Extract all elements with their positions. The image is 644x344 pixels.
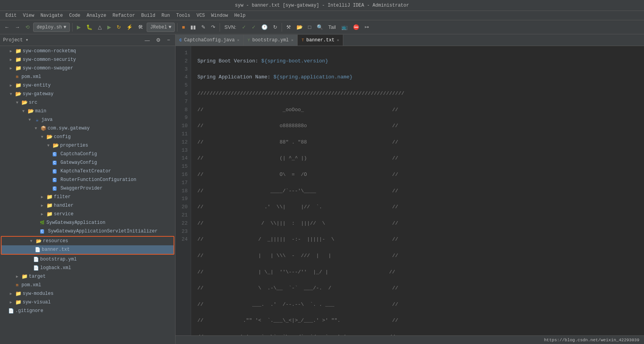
tab-bootstrap-yml[interactable]: Y bootstrap.yml ✕ bbox=[244, 35, 298, 46]
java-folder-icon: ☕ bbox=[34, 117, 40, 123]
tree-item-resources[interactable]: ▼ 📂 resources bbox=[2, 237, 174, 245]
tab-close-bootstrap[interactable]: ✕ bbox=[291, 38, 293, 43]
arrow-icon: ▶ bbox=[8, 299, 14, 305]
tree-item-com-syw-gateway[interactable]: ▼ 📦 com.syw.gateway bbox=[0, 124, 175, 133]
code-editor[interactable]: 1 2 3 4 5 6 7 8 9 10 11 12 13 14 15 16 1… bbox=[176, 46, 644, 335]
arrow-icon: ▶ bbox=[39, 194, 45, 200]
menu-tools[interactable]: Tools bbox=[174, 12, 193, 19]
tree-item-target[interactable]: ▶ 📁 target bbox=[0, 272, 175, 281]
minimize-button[interactable]: − bbox=[165, 36, 172, 44]
tail-button[interactable]: Tail bbox=[326, 23, 338, 31]
monitor-button[interactable]: 📺 bbox=[339, 23, 349, 31]
reload-button[interactable]: ↻ bbox=[115, 23, 123, 31]
line-num-2: 2 bbox=[179, 57, 188, 66]
history-button[interactable]: 🕐 bbox=[259, 23, 270, 31]
menu-run[interactable]: Run bbox=[159, 12, 172, 19]
tree-item-swagger-provider[interactable]: C SwaggerProvider bbox=[0, 184, 175, 193]
tree-item-gitignore[interactable]: 📄 .gitignore bbox=[0, 307, 175, 315]
menu-build[interactable]: Build bbox=[139, 12, 158, 19]
tree-item-banner-txt[interactable]: 📄 banner.txt bbox=[2, 245, 174, 254]
folder-icon: 📁 bbox=[46, 194, 53, 200]
menu-window[interactable]: Window bbox=[209, 12, 230, 19]
tree-item-gateway-config[interactable]: C GatewayConfig bbox=[0, 158, 175, 167]
arrow-icon: ▶ bbox=[8, 57, 14, 63]
tree-item-captcha-config[interactable]: C CaptchaConfig bbox=[0, 150, 175, 158]
tab-label: CaptchaConfig.java bbox=[184, 37, 235, 43]
translate-button[interactable]: ↦ bbox=[363, 23, 371, 31]
tree-item-main[interactable]: ▼ 📂 main bbox=[0, 107, 175, 115]
menu-vcs[interactable]: VCS bbox=[194, 12, 208, 19]
tree-item-syw-modules[interactable]: ▶ 📁 syw-modules bbox=[0, 289, 175, 298]
tree-item-syw-common-security[interactable]: ▶ 📁 syw-common-security bbox=[0, 55, 175, 64]
tree-label: SywGatewayApplicationServletInitializer bbox=[48, 229, 158, 234]
tree-item-syw-entity[interactable]: ▶ 📁 syw-entity bbox=[0, 81, 175, 90]
wrench-button[interactable]: ⚒ bbox=[284, 23, 293, 31]
line-numbers: 1 2 3 4 5 6 7 8 9 10 11 12 13 14 15 16 1… bbox=[176, 46, 191, 335]
tree-item-bootstrap-yml[interactable]: 📄 bootstrap.yml bbox=[0, 255, 175, 264]
tree-label: handler bbox=[54, 203, 73, 208]
jrebel-dropdown[interactable]: JRebel ▼ bbox=[147, 23, 175, 32]
tab-close-captcha[interactable]: ✕ bbox=[237, 38, 240, 43]
run2-button[interactable]: ▶ bbox=[105, 23, 113, 31]
svn-check[interactable]: ✓ bbox=[240, 23, 248, 31]
edit-run-button[interactable]: ✎ bbox=[199, 23, 208, 31]
code-line-12: // / _||||| -:- |||||- \ // bbox=[197, 236, 638, 244]
menu-analyze[interactable]: Analyze bbox=[84, 12, 108, 19]
code-line-14: // | \_| ''\---/'' |_/ | // bbox=[197, 268, 638, 277]
tree-item-logback-xml[interactable]: 📄 logback.xml bbox=[0, 264, 175, 272]
tree-label: java bbox=[41, 117, 53, 122]
locate-button[interactable]: ⸻ bbox=[142, 36, 152, 44]
undo-button[interactable]: ⟲ bbox=[23, 23, 32, 31]
stop-button[interactable]: ■ bbox=[180, 23, 187, 31]
back-button[interactable]: ← bbox=[2, 23, 11, 31]
tree-item-pom-xml-2[interactable]: m pom.xml bbox=[0, 281, 175, 289]
menu-help[interactable]: Help bbox=[232, 12, 248, 19]
settings2-button[interactable]: 📂 bbox=[295, 23, 305, 31]
tree-item-kaptcha-text[interactable]: C KaptchaTextCreator bbox=[0, 167, 175, 176]
tree-item-service[interactable]: ▶ 📁 service bbox=[0, 210, 175, 218]
step-over-button[interactable]: ↷ bbox=[209, 23, 217, 31]
menu-edit[interactable]: Edit bbox=[3, 12, 19, 19]
revert-button[interactable]: ↻ bbox=[271, 23, 279, 31]
project-title: Project ▾ bbox=[3, 37, 28, 43]
tree-item-java[interactable]: ▼ ☕ java bbox=[0, 115, 175, 124]
tree-item-syw-common-swagger[interactable]: ▶ 📁 syw-common-swagger bbox=[0, 64, 175, 73]
tree-item-router-function[interactable]: C RouterFunctionConfiguration bbox=[0, 176, 175, 184]
disable-button[interactable]: ⛔ bbox=[351, 23, 361, 31]
menu-navigate[interactable]: Navigate bbox=[38, 12, 66, 19]
tree-item-src[interactable]: ▼ 📂 src bbox=[0, 98, 175, 107]
folder-icon: 📁 bbox=[15, 57, 21, 63]
tree-item-syw-common-rocketmq[interactable]: ▶ 📁 syw-common-rocketmq bbox=[0, 47, 175, 55]
svn-button[interactable]: SVN: bbox=[222, 23, 238, 31]
tab-close-banner[interactable]: ✕ bbox=[337, 38, 339, 43]
tree-item-handler[interactable]: ▶ 📁 handler bbox=[0, 201, 175, 210]
menu-code[interactable]: Code bbox=[67, 12, 83, 19]
java-class-icon: C bbox=[51, 151, 58, 157]
settings3-button[interactable]: □ bbox=[306, 23, 313, 31]
menu-view[interactable]: View bbox=[21, 12, 37, 19]
run-button[interactable]: ▶ bbox=[75, 23, 83, 31]
tree-item-syw-gateway[interactable]: ▼ 📂 syw-gateway bbox=[0, 90, 175, 98]
gear-button[interactable]: ⚙ bbox=[154, 36, 163, 44]
deploy-dropdown[interactable]: deploy.sh ▼ bbox=[33, 23, 70, 32]
forward-button[interactable]: → bbox=[13, 23, 22, 31]
hotswap-button[interactable]: ⚡ bbox=[124, 23, 135, 31]
tab-banner-txt[interactable]: T banner.txt ✕ bbox=[298, 35, 343, 46]
menu-refactor[interactable]: Refactor bbox=[110, 12, 137, 19]
line-num-4: 4 bbox=[179, 73, 188, 82]
build-button[interactable]: 🛠 bbox=[136, 23, 145, 31]
tree-item-syw-gateway-servlet[interactable]: C SywGatewayApplicationServletInitialize… bbox=[0, 227, 175, 236]
debug-button[interactable]: 🐛 bbox=[84, 23, 94, 31]
tree-item-properties[interactable]: ▼ 📂 properties bbox=[0, 141, 175, 150]
code-content[interactable]: Spring Boot Version: ${spring-boot.versi… bbox=[191, 46, 644, 335]
tree-item-filter[interactable]: ▶ 📁 filter bbox=[0, 193, 175, 201]
tree-item-config[interactable]: ▼ 📂 config bbox=[0, 133, 175, 141]
tree-item-pom-xml-1[interactable]: m pom.xml bbox=[0, 73, 175, 81]
search-button[interactable]: 🔍 bbox=[315, 23, 325, 31]
tree-item-syw-visual[interactable]: ▶ 📁 syw-visual bbox=[0, 298, 175, 307]
tree-item-syw-gateway-app[interactable]: 🌿 SywGatewayApplication bbox=[0, 218, 175, 227]
tab-captcha-config[interactable]: C CaptchaConfig.java ✕ bbox=[176, 35, 244, 46]
svn-check2[interactable]: ✓ bbox=[250, 23, 258, 31]
coverage-button[interactable]: △ bbox=[96, 23, 104, 31]
suspend-button[interactable]: ▮▮ bbox=[188, 23, 198, 31]
